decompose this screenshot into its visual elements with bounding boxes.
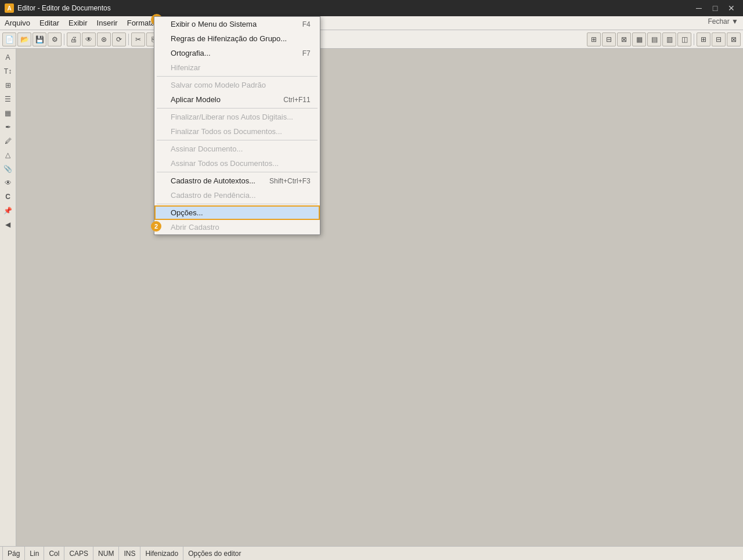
menu-salvar-modelo: Salvar como Modelo Padrão — [154, 78, 320, 92]
dropdown-sep-5 — [157, 204, 318, 204]
title-bar: A Editor - Editor de Documentos ─ □ ✕ — [0, 0, 743, 16]
sidebar-icon-pin[interactable]: 📌 — [2, 204, 15, 217]
tbl-btn-5[interactable]: ▤ — [647, 32, 661, 46]
tbl-btn-6[interactable]: ▥ — [662, 32, 676, 46]
menu-editar-label: Editar — [39, 19, 59, 27]
tool-btn-6[interactable]: ⟳ — [112, 32, 126, 46]
menu-ortografia[interactable]: Ortografia... F7 — [154, 46, 320, 60]
misc-btn-2[interactable]: ⊟ — [712, 32, 726, 46]
sep-4 — [694, 34, 694, 45]
tool-btn-5[interactable]: ⊛ — [97, 32, 111, 46]
status-caps: CAPS — [64, 547, 93, 560]
menu-exibir[interactable]: Exibir — [64, 16, 92, 30]
app-icon: A — [5, 3, 14, 13]
maximize-button[interactable]: □ — [708, 3, 722, 13]
new-btn[interactable]: 📄 — [2, 32, 16, 46]
minimize-button[interactable]: ─ — [692, 3, 706, 13]
menu-arquivo[interactable]: Arquivo — [0, 16, 35, 30]
toolbar-row-1: 📄 📂 💾 ⚙ 🖨 👁 ⊛ ⟳ ✂ ⎘ 📋 🔍 ⌕ ▼ ⊞ ⊟ ⊠ ▦ ▤ ▥ … — [0, 30, 743, 49]
status-lin: Lin — [25, 547, 44, 560]
menu-opcoes[interactable]: Opções... — [154, 205, 320, 220]
sidebar-icon-6[interactable]: ✒ — [2, 121, 15, 133]
step-2-badge: 2 — [151, 221, 161, 232]
status-num: NUM — [93, 547, 119, 560]
menu-finalizar-todos: Finalizar Todos os Documentos... — [154, 124, 320, 139]
sidebar-icon-c[interactable]: C — [2, 190, 15, 203]
menu-formatar-label: Formatar — [127, 19, 158, 27]
menu-assinar-doc: Assinar Documento... — [154, 142, 320, 156]
print-btn[interactable]: 🖨 — [67, 32, 81, 46]
menu-cadastro-autotextos[interactable]: Cadastro de Autotextos... Shift+Ctrl+F3 — [154, 174, 320, 188]
dropdown-sep-3 — [157, 140, 318, 140]
sidebar-icon-9[interactable]: 📎 — [2, 162, 15, 175]
open-btn[interactable]: 📂 — [17, 32, 31, 46]
status-ins: INS — [119, 547, 140, 560]
menu-inserir-label: Inserir — [97, 19, 118, 27]
tbl-btn-2[interactable]: ⊟ — [602, 32, 616, 46]
status-text: Opções do editor — [183, 550, 741, 558]
tbl-btn-3[interactable]: ⊠ — [617, 32, 631, 46]
close-button[interactable]: ✕ — [724, 3, 738, 13]
sep-2 — [128, 34, 129, 45]
menu-finalizar-liberar: Finalizar/Liberar nos Autos Digitais... — [154, 110, 320, 124]
misc-btn-3[interactable]: ⊠ — [727, 32, 741, 46]
status-col: Col — [44, 547, 64, 560]
menu-editar[interactable]: Editar — [35, 16, 64, 30]
sidebar-icon-arrow[interactable]: ◀ — [2, 218, 15, 231]
status-pag: Pág — [2, 547, 25, 560]
tbl-btn-7[interactable]: ◫ — [677, 32, 691, 46]
close-toolbar[interactable]: Fechar ▼ — [703, 16, 743, 30]
sidebar-icon-7[interactable]: 🖉 — [2, 135, 15, 147]
sidebar-icon-3[interactable]: ⊞ — [2, 79, 15, 92]
cut-btn[interactable]: ✂ — [131, 32, 145, 46]
preview-btn[interactable]: 👁 — [82, 32, 96, 46]
save-btn[interactable]: 💾 — [33, 32, 46, 46]
left-sidebar: A T↕ ⊞ ☰ ▦ ✒ 🖉 △ 📎 👁 C 📌 ◀ — [0, 49, 16, 546]
dropdown-sep-1 — [157, 76, 318, 77]
window-controls: ─ □ ✕ — [692, 3, 738, 13]
menu-inserir[interactable]: Inserir — [92, 16, 122, 30]
sidebar-icon-2[interactable]: T↕ — [2, 65, 15, 78]
sidebar-icon-10[interactable]: 👁 — [2, 176, 15, 189]
menu-assinar-todos: Assinar Todos os Documentos... — [154, 156, 320, 171]
status-bar: Pág Lin Col CAPS NUM INS Hifenizado Opçõ… — [0, 546, 743, 560]
tbl-btn-1[interactable]: ⊞ — [587, 32, 601, 46]
dropdown-sep-4 — [157, 172, 318, 172]
tbl-btn-4[interactable]: ▦ — [632, 32, 646, 46]
menu-bar: Arquivo Editar Exibir Inserir Formatar F… — [0, 16, 743, 30]
status-hifenizado: Hifenizado — [140, 547, 183, 560]
menu-arquivo-label: Arquivo — [5, 19, 30, 27]
menu-abrir-cadastro: Abrir Cadastro 2 — [154, 220, 320, 234]
sidebar-icon-1[interactable]: A — [2, 51, 15, 64]
sidebar-icon-4[interactable]: ☰ — [2, 93, 15, 106]
menu-regras-hifenizacao[interactable]: Regras de Hifenização do Grupo... — [154, 31, 320, 46]
menu-exibir-sistema[interactable]: Exibir o Menu do Sistema F4 — [154, 17, 320, 31]
dropdown-sep-2 — [157, 108, 318, 109]
main-content — [16, 49, 743, 546]
sidebar-icon-5[interactable]: ▦ — [2, 107, 15, 120]
misc-btn-1[interactable]: ⊞ — [697, 32, 710, 46]
menu-aplicar-modelo[interactable]: Aplicar Modelo Ctrl+F11 — [154, 92, 320, 107]
menu-cadastro-pendencia: Cadastro de Pendência... — [154, 188, 320, 203]
ferramentas-dropdown[interactable]: Exibir o Menu do Sistema F4 Regras de Hi… — [154, 16, 320, 235]
menu-exibir-label: Exibir — [68, 19, 88, 27]
window-title: Editor - Editor de Documentos — [17, 4, 111, 12]
title-bar-left: A Editor - Editor de Documentos — [5, 3, 111, 13]
menu-hifenizar: Hifenizar — [154, 60, 320, 75]
tool-btn-4[interactable]: ⚙ — [48, 32, 62, 46]
sep-1 — [64, 34, 64, 45]
sidebar-icon-8[interactable]: △ — [2, 149, 15, 161]
